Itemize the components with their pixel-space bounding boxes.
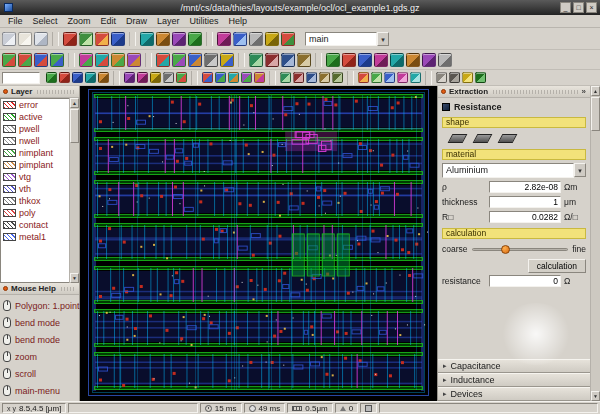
scroll-up-icon[interactable]: ▲ xyxy=(70,98,79,108)
tool-icon[interactable] xyxy=(249,53,263,67)
tool-icon[interactable] xyxy=(176,72,187,83)
layer-row-error[interactable]: error xyxy=(1,99,69,111)
cell-combo-value[interactable]: main xyxy=(305,32,377,46)
tool-icon[interactable] xyxy=(342,53,356,67)
tool-icon[interactable] xyxy=(384,72,395,83)
menu-layer[interactable]: Layer xyxy=(152,15,185,27)
scroll-thumb[interactable] xyxy=(70,109,79,143)
scroll-up-icon[interactable]: ▲ xyxy=(591,86,600,96)
tool-icon[interactable] xyxy=(34,32,48,46)
tool-icon[interactable] xyxy=(156,53,170,67)
rho-input[interactable] xyxy=(489,181,561,193)
tool-icon[interactable] xyxy=(462,72,473,83)
tool-icon[interactable] xyxy=(2,32,16,46)
chevron-down-icon[interactable]: ▾ xyxy=(574,163,586,177)
tool-icon[interactable] xyxy=(220,53,234,67)
cell-combo[interactable]: main ▾ xyxy=(305,32,389,46)
sheet-resistance-input[interactable] xyxy=(489,211,561,223)
close-button[interactable]: × xyxy=(586,2,597,13)
layer-scrollbar[interactable]: ▲ ▼ xyxy=(69,98,79,283)
menu-utilities[interactable]: Utilities xyxy=(185,15,224,27)
section-capacitance[interactable]: ▸Capacitance xyxy=(438,359,590,373)
section-inductance[interactable]: ▸Inductance xyxy=(438,373,590,387)
tool-icon[interactable] xyxy=(449,72,460,83)
tool-icon[interactable] xyxy=(397,72,408,83)
tool-icon[interactable] xyxy=(358,53,372,67)
tool-icon[interactable] xyxy=(233,32,247,46)
layer-row-pwell[interactable]: pwell xyxy=(1,123,69,135)
scroll-track[interactable] xyxy=(591,132,600,391)
tool-icon[interactable] xyxy=(297,53,311,67)
tool-icon[interactable] xyxy=(124,72,135,83)
layer-row-vth[interactable]: vth xyxy=(1,183,69,195)
tool-icon[interactable] xyxy=(18,32,32,46)
tool-icon[interactable] xyxy=(406,53,420,67)
tool-icon[interactable] xyxy=(111,32,125,46)
tool-icon[interactable] xyxy=(172,53,186,67)
tool-icon[interactable] xyxy=(46,72,57,83)
tool-icon[interactable] xyxy=(475,72,486,83)
slider-knob[interactable] xyxy=(501,245,510,254)
tool-icon[interactable] xyxy=(79,32,93,46)
mouse-help-header[interactable]: Mouse Help xyxy=(0,283,79,295)
tool-icon[interactable] xyxy=(188,32,202,46)
tool-icon[interactable] xyxy=(34,53,48,67)
layout-canvas[interactable] xyxy=(80,86,437,401)
tool-icon[interactable] xyxy=(319,72,330,83)
tool-icon[interactable] xyxy=(422,53,436,67)
tool-icon[interactable] xyxy=(215,72,226,83)
tool-icon[interactable] xyxy=(265,32,279,46)
layer-row-thkox[interactable]: thkox xyxy=(1,195,69,207)
tool-icon[interactable] xyxy=(85,72,96,83)
layer-row-metal1[interactable]: metal1 xyxy=(1,231,69,243)
tool-icon[interactable] xyxy=(172,32,186,46)
tool-icon[interactable] xyxy=(63,32,77,46)
tool-icon[interactable] xyxy=(390,53,404,67)
tool-icon[interactable] xyxy=(202,72,213,83)
menu-draw[interactable]: Draw xyxy=(121,15,152,27)
layer-row-active[interactable]: active xyxy=(1,111,69,123)
tool-icon[interactable] xyxy=(306,72,317,83)
tool-icon[interactable] xyxy=(188,53,202,67)
tool-icon[interactable] xyxy=(79,53,93,67)
extraction-scrollbar[interactable]: ▲ ▼ xyxy=(590,86,600,401)
scroll-down-icon[interactable]: ▼ xyxy=(70,273,79,283)
menu-help[interactable]: Help xyxy=(224,15,253,27)
shape-slab-icon[interactable] xyxy=(448,134,468,143)
tool-icon[interactable] xyxy=(98,72,109,83)
layer-row-poly[interactable]: poly xyxy=(1,207,69,219)
tool-icon[interactable] xyxy=(436,72,447,83)
tool-icon[interactable] xyxy=(280,72,291,83)
scroll-track[interactable] xyxy=(70,144,79,273)
tool-icon[interactable] xyxy=(127,53,141,67)
tool-icon[interactable] xyxy=(204,53,218,67)
tool-icon[interactable] xyxy=(249,32,263,46)
tool-icon[interactable] xyxy=(59,72,70,83)
tool-icon[interactable] xyxy=(95,32,109,46)
layer-row-vtg[interactable]: vtg xyxy=(1,171,69,183)
tool-icon[interactable] xyxy=(2,53,16,67)
tool-icon[interactable] xyxy=(371,72,382,83)
tool-icon[interactable] xyxy=(95,53,109,67)
menu-edit[interactable]: Edit xyxy=(96,15,122,27)
tool-icon[interactable] xyxy=(163,72,174,83)
scroll-down-icon[interactable]: ▼ xyxy=(591,391,600,401)
tool-icon[interactable] xyxy=(438,53,452,67)
tool-icon[interactable] xyxy=(326,53,340,67)
tool-icon[interactable] xyxy=(332,72,343,83)
tool-icon[interactable] xyxy=(254,72,265,83)
tool-icon[interactable] xyxy=(140,32,154,46)
layer-row-pimplant[interactable]: pimplant xyxy=(1,159,69,171)
extraction-panel-header[interactable]: Extraction » xyxy=(438,86,590,98)
thickness-input[interactable] xyxy=(489,196,561,208)
scroll-thumb[interactable] xyxy=(591,97,600,131)
tool-icon[interactable] xyxy=(281,53,295,67)
tool-icon[interactable] xyxy=(241,72,252,83)
tool-icon[interactable] xyxy=(374,53,388,67)
collapse-icon[interactable]: » xyxy=(582,87,587,96)
section-devices[interactable]: ▸Devices xyxy=(438,387,590,401)
tool-icon[interactable] xyxy=(228,72,239,83)
menu-select[interactable]: Select xyxy=(28,15,63,27)
tool-icon[interactable] xyxy=(150,72,161,83)
minimize-button[interactable]: _ xyxy=(560,2,571,13)
